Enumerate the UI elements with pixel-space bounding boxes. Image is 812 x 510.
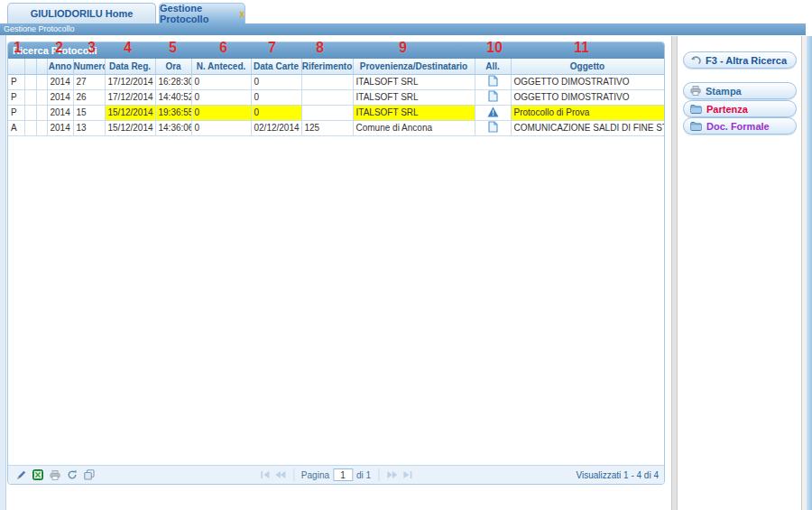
cell-numero: 15 bbox=[73, 105, 105, 120]
cell-ora: 16:28:30 bbox=[155, 74, 191, 89]
edit-pencil-icon[interactable] bbox=[16, 470, 26, 480]
protocol-table: AnnoNumeroData Reg.OraN. Anteced.Data Ca… bbox=[8, 59, 665, 136]
cell-col3 bbox=[36, 105, 47, 120]
tab-bar: GIULIODORILU Home Gestione Protocollo x bbox=[0, 0, 812, 23]
column-header-Data Reg.[interactable]: Data Reg. bbox=[105, 59, 155, 74]
cell-col3 bbox=[36, 74, 47, 89]
column-header-Provenienza/Destinatario[interactable]: Provenienza/Destinatario bbox=[353, 59, 475, 74]
column-header-Anno[interactable]: Anno bbox=[47, 59, 73, 74]
cell-anno: 2014 bbox=[47, 105, 73, 120]
attachment-document-icon[interactable] bbox=[488, 94, 498, 104]
tab-home-label: GIULIODORILU Home bbox=[31, 8, 134, 19]
cell-numero: 13 bbox=[73, 120, 105, 135]
side-button-partenza[interactable]: Partenza bbox=[683, 100, 797, 117]
column-header-Numero[interactable]: Numero bbox=[73, 59, 105, 74]
pagination-controls: Pagina di 1 bbox=[260, 468, 412, 481]
cell-data_carte: 0 bbox=[251, 89, 301, 105]
cell-ora: 14:40:52 bbox=[155, 89, 191, 105]
cell-tipo: P bbox=[8, 74, 24, 89]
cell-numero: 26 bbox=[73, 89, 105, 105]
cell-data_reg: 17/12/2014 bbox=[105, 74, 155, 89]
cell-provenienza: ITALSOFT SRL bbox=[353, 105, 475, 120]
first-page-icon[interactable] bbox=[260, 470, 271, 479]
panel-splitter[interactable] bbox=[671, 36, 678, 510]
cell-riferimento bbox=[301, 74, 353, 89]
cell-riferimento: 125 bbox=[301, 120, 353, 135]
last-page-icon[interactable] bbox=[401, 470, 412, 479]
open-window-icon[interactable] bbox=[84, 469, 95, 480]
excel-export-icon[interactable] bbox=[32, 469, 43, 480]
warning-icon[interactable] bbox=[487, 109, 499, 119]
attachment-document-icon[interactable] bbox=[488, 79, 498, 88]
cell-tipo: A bbox=[8, 120, 24, 135]
cell-provenienza: ITALSOFT SRL bbox=[353, 74, 475, 89]
cell-tipo: P bbox=[8, 105, 24, 120]
column-header-Data Carte[interactable]: Data Carte bbox=[251, 59, 301, 74]
cell-col2 bbox=[24, 89, 36, 105]
cell-col2 bbox=[24, 105, 36, 120]
tab-home[interactable]: GIULIODORILU Home bbox=[7, 3, 156, 23]
refresh-icon[interactable] bbox=[67, 469, 78, 480]
table-row[interactable]: A20141315/12/201414:36:06002/12/2014125C… bbox=[8, 120, 664, 135]
side-button-stampa[interactable]: Stampa bbox=[683, 82, 797, 99]
column-header-col0[interactable] bbox=[8, 59, 24, 74]
cell-col2 bbox=[24, 120, 36, 135]
cell-data_carte: 02/12/2014 bbox=[251, 120, 301, 135]
cell-anno: 2014 bbox=[47, 74, 73, 89]
divider bbox=[293, 468, 294, 481]
cell-n_anteced: 0 bbox=[191, 89, 251, 105]
column-header-col1[interactable] bbox=[24, 59, 36, 74]
cell-allegato_icon bbox=[475, 105, 511, 120]
table-row[interactable]: P20142717/12/201416:28:3000ITALSOFT SRL … bbox=[8, 74, 664, 89]
cell-oggetto: COMUNICAZIONE SALDI DI FINE STAGION bbox=[511, 120, 664, 135]
column-header-Ora[interactable]: Ora bbox=[155, 59, 191, 74]
page-of-label: di 1 bbox=[356, 470, 371, 480]
cell-data_reg: 15/12/2014 bbox=[105, 105, 155, 120]
cell-anno: 2014 bbox=[47, 120, 73, 135]
column-header-Riferimento[interactable]: Riferimento bbox=[301, 59, 353, 74]
next-page-icon[interactable] bbox=[386, 470, 398, 479]
side-button-label: Stampa bbox=[706, 86, 742, 97]
cell-col3 bbox=[36, 120, 47, 135]
grid-footer-bar: Pagina di 1 Visualizzati 1 - 4 di 4 bbox=[8, 465, 664, 484]
cell-provenienza: Comune di Ancona bbox=[353, 120, 475, 135]
cell-provenienza: ITALSOFT SRL bbox=[353, 89, 475, 105]
column-header-All.[interactable]: All. bbox=[475, 59, 511, 74]
protocol-grid-panel: Ricerca Protocolli AnnoNumeroData Reg.Or… bbox=[7, 42, 665, 485]
cell-n_anteced: 0 bbox=[191, 105, 251, 120]
table-header: AnnoNumeroData Reg.OraN. Anteced.Data Ca… bbox=[8, 59, 664, 74]
prev-page-icon[interactable] bbox=[274, 470, 286, 479]
cell-data_carte: 0 bbox=[251, 74, 301, 89]
page-number-input[interactable] bbox=[333, 468, 353, 481]
cell-ora: 19:36:55 bbox=[155, 105, 191, 120]
cell-n_anteced: 0 bbox=[191, 74, 251, 89]
column-header-Oggetto[interactable]: Oggetto bbox=[511, 59, 664, 74]
breadcrumb: Gestione Protocollo bbox=[0, 23, 806, 35]
close-icon[interactable]: x bbox=[239, 9, 245, 19]
table-row[interactable]: P20141515/12/201419:36:5500ITALSOFT SRL … bbox=[8, 105, 664, 120]
tab-gestione-protocollo[interactable]: Gestione Protocollo x bbox=[159, 3, 245, 23]
column-header-N. Anteced.[interactable]: N. Anteced. bbox=[191, 59, 251, 74]
side-button-label: F3 - Altra Ricerca bbox=[706, 55, 787, 66]
side-button-doc-formale[interactable]: Doc. Formale bbox=[683, 117, 797, 134]
divider bbox=[378, 468, 379, 481]
cell-data_carte: 0 bbox=[251, 105, 301, 120]
grid-empty-area bbox=[8, 136, 664, 466]
page-label: Pagina bbox=[301, 470, 329, 480]
column-header-col2[interactable] bbox=[36, 59, 47, 74]
breadcrumb-label: Gestione Protocollo bbox=[4, 24, 75, 33]
grid-title: Ricerca Protocolli bbox=[8, 42, 664, 59]
cell-oggetto: Protocollo di Prova bbox=[511, 105, 664, 120]
printer-icon bbox=[690, 86, 701, 96]
cell-col3 bbox=[36, 89, 47, 105]
actions-side-panel: F3 - Altra Ricerca Stampa Partenza Doc. … bbox=[678, 36, 801, 510]
side-button-label: Doc. Formale bbox=[706, 121, 770, 132]
cell-oggetto: OGGETTO DIMOSTRATIVO bbox=[511, 74, 664, 89]
side-button-f3-altra-ricerca[interactable]: F3 - Altra Ricerca bbox=[683, 51, 797, 69]
cell-allegato_icon bbox=[475, 74, 511, 89]
cell-allegato_icon bbox=[475, 120, 511, 135]
table-row[interactable]: P20142617/12/201414:40:5200ITALSOFT SRL … bbox=[8, 89, 664, 105]
attachment-document-icon[interactable] bbox=[488, 125, 498, 134]
folder-icon bbox=[690, 121, 702, 131]
print-icon[interactable] bbox=[50, 470, 60, 480]
